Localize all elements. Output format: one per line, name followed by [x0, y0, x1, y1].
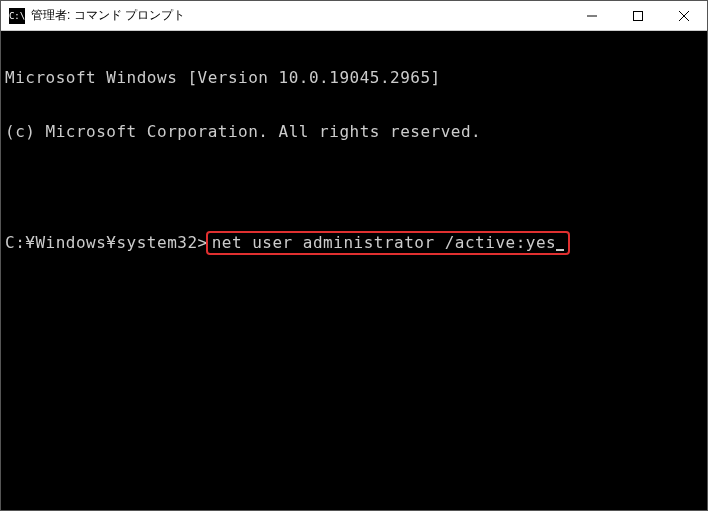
minimize-button[interactable]	[569, 1, 615, 30]
command-text: net user administrator /active:yes	[212, 233, 557, 252]
version-line: Microsoft Windows [Version 10.0.19045.29…	[5, 69, 703, 87]
window-titlebar: C:\ 管理者: コマンド プロンプト	[1, 1, 707, 31]
command-highlight-box: net user administrator /active:yes	[206, 231, 571, 255]
prompt-line: C:¥Windows¥system32>net user administrat…	[5, 231, 703, 255]
cursor-icon	[556, 249, 564, 251]
svg-rect-1	[634, 11, 643, 20]
window-controls	[569, 1, 707, 30]
maximize-button[interactable]	[615, 1, 661, 30]
blank-line	[5, 177, 703, 195]
copyright-line: (c) Microsoft Corporation. All rights re…	[5, 123, 703, 141]
close-button[interactable]	[661, 1, 707, 30]
terminal-output[interactable]: Microsoft Windows [Version 10.0.19045.29…	[1, 31, 707, 275]
cmd-icon: C:\	[9, 8, 25, 24]
prompt-path: C:¥Windows¥system32>	[5, 234, 208, 252]
window-title: 管理者: コマンド プロンプト	[31, 7, 569, 24]
